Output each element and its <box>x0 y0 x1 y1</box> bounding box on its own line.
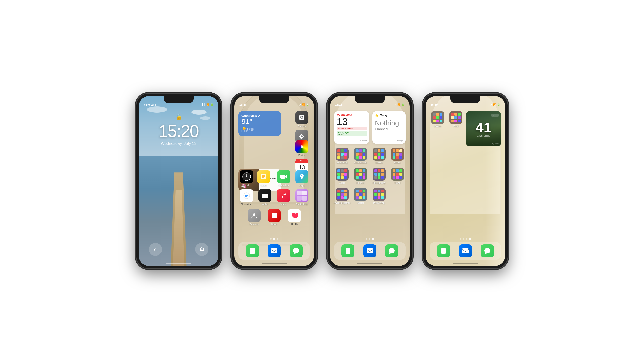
notes-label: Notes <box>261 184 267 187</box>
iphone-homescreen3: 15:19 ↗ 📶 🔋 <box>423 93 508 269</box>
time-label-4: 15:19 <box>431 103 438 106</box>
svg-rect-5 <box>261 174 266 179</box>
wifi-icon: 📶 <box>206 103 209 106</box>
page-dots-2 <box>270 238 278 240</box>
wifi-icon-3: 📶 <box>397 103 400 106</box>
food-folder-area: Food <box>448 111 464 128</box>
dock-mail-4[interactable] <box>459 244 472 257</box>
weather-range: H:93° L:62° <box>242 130 278 133</box>
dot-2-active <box>273 238 275 240</box>
dock-phone-4[interactable] <box>437 244 450 257</box>
daycount-number: 41 <box>476 121 491 135</box>
travel-label: Travel <box>394 182 401 184</box>
dock-messages-4[interactable] <box>481 244 494 257</box>
right-col-row3: FaceTime Maps <box>276 170 310 187</box>
facetime-app-icon[interactable]: FaceTime <box>276 170 292 187</box>
cal-event-1: Shawn out of Of... <box>337 127 367 130</box>
everything-folder[interactable]: Everything <box>334 148 350 164</box>
finance-folder[interactable]: Finance <box>352 168 369 184</box>
iphone-homescreen2: 15:18 ↗ 📶 🔋 WEDNESDAY 13 Shawn out of Of… <box>327 93 413 269</box>
things-header: ⭐ Today <box>375 114 403 117</box>
notes-app-icon[interactable]: Notes <box>256 170 272 187</box>
home-indicator[interactable] <box>166 263 191 264</box>
flashlight-button[interactable] <box>149 243 162 256</box>
photography-folder[interactable]: Photography <box>371 168 387 184</box>
cal-day-name: WEDNESDAY <box>337 114 367 116</box>
status-icons-2: ↗ 📶 🔋 <box>299 103 309 106</box>
photos-label: Photos <box>298 154 305 157</box>
utilities-label-4: Utilities <box>434 125 441 128</box>
utilities-folder-3[interactable]: Utilities <box>371 148 387 164</box>
countdowns-folder[interactable]: Countdowns <box>352 148 369 164</box>
svg-rect-14 <box>271 248 277 253</box>
folder-row-1: Everything Countdowns <box>334 148 406 164</box>
calendar-widget[interactable]: WEDNESDAY 13 Shawn out of Of... Family n… <box>334 111 369 144</box>
utilities-folder-4[interactable]: Utilities <box>430 111 446 128</box>
iphone-lockscreen: VZW Wi-Fi ▌▌ 📶 🔋 🔒 15:20 Wednesday, July… <box>136 93 221 269</box>
camera-app-icon[interactable]: Camera <box>294 111 310 128</box>
svg-rect-12 <box>266 196 267 197</box>
things-widget-label: Things <box>397 140 403 142</box>
reminders-label: Reminders <box>241 203 252 206</box>
page-dots-3 <box>366 238 374 240</box>
battery-icon-4: 🔋 <box>497 103 500 106</box>
clock-app-icon[interactable]: Clock <box>238 170 255 187</box>
signal-icon: ▌▌ <box>202 103 205 106</box>
books-label: Books <box>394 162 400 164</box>
time-label-3: 15:18 <box>335 103 342 106</box>
travel-folder[interactable]: Travel <box>389 168 406 184</box>
books-folder[interactable]: Books <box>389 148 406 164</box>
apple-folder[interactable]: Apple <box>334 168 350 184</box>
health-app-icon[interactable]: Health <box>286 209 302 226</box>
home-indicator-4[interactable] <box>453 263 478 264</box>
status-icons-3: ↗ 📶 🔋 <box>394 103 405 106</box>
food-folder-4[interactable]: Food <box>448 111 464 128</box>
notes-area: Notes <box>256 170 272 187</box>
everything-label: Everything <box>337 162 348 164</box>
dock-phone-2[interactable] <box>246 244 259 257</box>
things-widget[interactable]: ⭐ Today Nothing Planned Things <box>372 111 406 144</box>
productivity-folder[interactable]: Productivity <box>371 188 387 204</box>
battery-icon: 🔋 <box>210 103 213 106</box>
dot-3-2 <box>369 238 370 240</box>
status-icons-4: ↗ 📶 🔋 <box>490 103 500 106</box>
news-app-icon[interactable]: News <box>266 209 282 226</box>
music-app-icon[interactable]: Music <box>275 189 292 206</box>
dot-4-1 <box>460 238 461 240</box>
iphone-homescreen1: 15:18 ↗ 📶 🔋 Grandview ↗ 91° ☀️ Sunny H:9… <box>231 93 317 269</box>
reminders-app-icon[interactable]: Reminders <box>238 189 255 206</box>
awesomegames-folder[interactable]: Awesomegames <box>334 188 350 204</box>
camera-button[interactable] <box>195 243 208 256</box>
dock-2 <box>238 242 310 260</box>
dock-mail-2[interactable] <box>268 244 281 257</box>
dock-messages-2[interactable] <box>290 244 303 257</box>
folder-row-2: Apple Finance <box>334 168 406 184</box>
dot-4-active <box>469 238 471 240</box>
productivity-app-icon-2[interactable]: Productivity <box>294 189 310 206</box>
home-indicator-2[interactable] <box>262 263 287 264</box>
contacts-app-icon[interactable]: Contacts <box>246 209 262 226</box>
weather-condition: Sunny <box>247 127 254 130</box>
right-col-icons-2: Photos WED 13 Calendar <box>294 140 310 175</box>
weather-widget[interactable]: Grandview ↗ 91° ☀️ Sunny H:93° L:62° <box>238 111 281 136</box>
camera-label: Camera <box>298 125 306 128</box>
productivity-folder-label: Productivity <box>373 202 385 204</box>
home-indicator-3[interactable] <box>357 263 382 264</box>
daycount-widget[interactable]: NYC 41 DAYS UNTIL DayCount <box>466 111 501 146</box>
dock-messages-3[interactable] <box>385 244 398 257</box>
daycount-days-label: DAYS UNTIL <box>477 135 490 137</box>
wallet-app-icon[interactable]: Wallet <box>257 189 273 206</box>
apple-label: Apple <box>339 182 345 184</box>
carrier-label: VZW Wi-Fi <box>144 103 157 106</box>
dot-3 <box>277 238 278 240</box>
empty-slot <box>389 188 406 204</box>
photos-app-icon[interactable]: Photos <box>294 140 310 157</box>
social-folder[interactable]: Social <box>352 188 369 204</box>
svg-rect-16 <box>462 248 469 253</box>
dock-mail-3[interactable] <box>363 244 376 257</box>
dock-phone-3[interactable] <box>341 244 354 257</box>
maps-app-icon[interactable]: Maps <box>294 170 310 187</box>
location-icon-3: ↗ <box>394 103 396 106</box>
notch-2 <box>259 96 289 103</box>
row3-left: Clock <box>238 170 255 187</box>
